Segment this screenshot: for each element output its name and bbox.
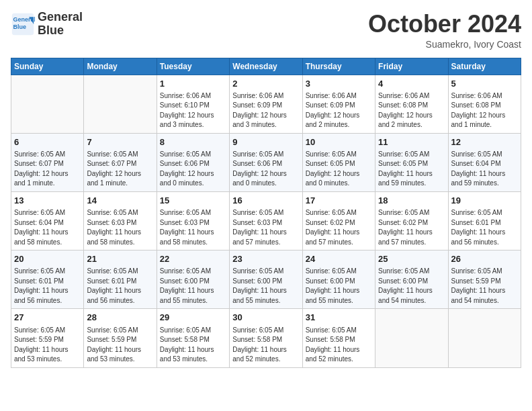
day-info: Sunrise: 6:05 AM Sunset: 6:04 PM Dayligh…	[14, 208, 81, 247]
day-number: 27	[14, 312, 81, 324]
day-info: Sunrise: 6:06 AM Sunset: 6:09 PM Dayligh…	[232, 91, 299, 130]
day-header-friday: Friday	[375, 58, 448, 75]
day-header-sunday: Sunday	[11, 58, 84, 75]
day-info: Sunrise: 6:06 AM Sunset: 6:08 PM Dayligh…	[378, 91, 445, 130]
calendar-cell: 8Sunrise: 6:05 AM Sunset: 6:06 PM Daylig…	[157, 133, 229, 191]
day-info: Sunrise: 6:05 AM Sunset: 6:01 PM Dayligh…	[451, 208, 518, 247]
calendar-cell: 28Sunrise: 6:05 AM Sunset: 5:59 PM Dayli…	[84, 309, 157, 367]
calendar-cell: 19Sunrise: 6:05 AM Sunset: 6:01 PM Dayli…	[448, 191, 521, 250]
calendar-cell: 30Sunrise: 6:05 AM Sunset: 5:58 PM Dayli…	[230, 309, 302, 367]
calendar-cell: 5Sunrise: 6:06 AM Sunset: 6:08 PM Daylig…	[448, 75, 521, 133]
day-number: 11	[378, 136, 445, 148]
calendar-cell: 22Sunrise: 6:05 AM Sunset: 6:00 PM Dayli…	[157, 250, 229, 309]
day-info: Sunrise: 6:05 AM Sunset: 6:00 PM Dayligh…	[232, 267, 299, 306]
day-info: Sunrise: 6:05 AM Sunset: 6:07 PM Dayligh…	[14, 150, 81, 189]
day-number: 21	[87, 253, 153, 265]
calendar-cell: 20Sunrise: 6:05 AM Sunset: 6:01 PM Dayli…	[11, 250, 84, 309]
day-info: Sunrise: 6:06 AM Sunset: 6:09 PM Dayligh…	[306, 91, 372, 130]
day-number: 17	[306, 195, 372, 207]
calendar-cell: 14Sunrise: 6:05 AM Sunset: 6:03 PM Dayli…	[84, 191, 157, 250]
day-number: 31	[306, 312, 372, 324]
location-title: Suamekro, Ivory Coast	[368, 39, 521, 50]
day-info: Sunrise: 6:05 AM Sunset: 6:01 PM Dayligh…	[14, 267, 81, 306]
calendar-cell: 1Sunrise: 6:06 AM Sunset: 6:10 PM Daylig…	[157, 75, 229, 133]
day-header-tuesday: Tuesday	[157, 58, 229, 75]
day-info: Sunrise: 6:06 AM Sunset: 6:10 PM Dayligh…	[160, 91, 226, 130]
day-number: 7	[87, 136, 153, 148]
logo-icon: General Blue	[11, 12, 35, 36]
day-info: Sunrise: 6:05 AM Sunset: 5:59 PM Dayligh…	[14, 326, 81, 365]
calendar-cell: 13Sunrise: 6:05 AM Sunset: 6:04 PM Dayli…	[11, 191, 84, 250]
day-number: 12	[451, 136, 518, 148]
day-info: Sunrise: 6:05 AM Sunset: 6:00 PM Dayligh…	[306, 267, 372, 306]
calendar-week-2: 6Sunrise: 6:05 AM Sunset: 6:07 PM Daylig…	[11, 133, 521, 191]
day-number: 1	[160, 78, 226, 90]
day-number: 24	[306, 253, 372, 265]
day-info: Sunrise: 6:05 AM Sunset: 5:58 PM Dayligh…	[306, 326, 372, 365]
calendar-cell: 29Sunrise: 6:05 AM Sunset: 5:58 PM Dayli…	[157, 309, 229, 367]
calendar-table: SundayMondayTuesdayWednesdayThursdayFrid…	[11, 58, 521, 368]
day-header-wednesday: Wednesday	[230, 58, 302, 75]
day-number: 8	[160, 136, 226, 148]
day-number: 2	[232, 78, 299, 90]
calendar-header-row: SundayMondayTuesdayWednesdayThursdayFrid…	[11, 58, 521, 75]
calendar-week-3: 13Sunrise: 6:05 AM Sunset: 6:04 PM Dayli…	[11, 191, 521, 250]
calendar-cell: 6Sunrise: 6:05 AM Sunset: 6:07 PM Daylig…	[11, 133, 84, 191]
logo: General Blue General Blue	[11, 11, 83, 38]
calendar-week-4: 20Sunrise: 6:05 AM Sunset: 6:01 PM Dayli…	[11, 250, 521, 309]
calendar-cell: 12Sunrise: 6:05 AM Sunset: 6:04 PM Dayli…	[448, 133, 521, 191]
day-info: Sunrise: 6:05 AM Sunset: 6:06 PM Dayligh…	[160, 150, 226, 189]
day-header-monday: Monday	[84, 58, 157, 75]
day-info: Sunrise: 6:05 AM Sunset: 6:02 PM Dayligh…	[378, 208, 445, 247]
day-info: Sunrise: 6:05 AM Sunset: 6:00 PM Dayligh…	[160, 267, 226, 306]
title-block: October 2024 Suamekro, Ivory Coast	[368, 11, 521, 50]
day-number: 28	[87, 312, 153, 324]
day-number: 20	[14, 253, 81, 265]
day-info: Sunrise: 6:05 AM Sunset: 6:00 PM Dayligh…	[378, 267, 445, 306]
calendar-cell: 26Sunrise: 6:05 AM Sunset: 5:59 PM Dayli…	[448, 250, 521, 309]
day-info: Sunrise: 6:05 AM Sunset: 5:59 PM Dayligh…	[87, 326, 153, 365]
day-info: Sunrise: 6:05 AM Sunset: 6:03 PM Dayligh…	[160, 208, 226, 247]
calendar-cell: 25Sunrise: 6:05 AM Sunset: 6:00 PM Dayli…	[375, 250, 448, 309]
day-info: Sunrise: 6:05 AM Sunset: 5:58 PM Dayligh…	[160, 326, 226, 365]
calendar-cell	[84, 75, 157, 133]
day-number: 13	[14, 195, 81, 207]
calendar-cell: 10Sunrise: 6:05 AM Sunset: 6:05 PM Dayli…	[302, 133, 375, 191]
day-number: 3	[306, 78, 372, 90]
day-number: 25	[378, 253, 445, 265]
calendar-cell: 21Sunrise: 6:05 AM Sunset: 6:01 PM Dayli…	[84, 250, 157, 309]
day-number: 15	[160, 195, 226, 207]
day-header-saturday: Saturday	[448, 58, 521, 75]
calendar-cell: 3Sunrise: 6:06 AM Sunset: 6:09 PM Daylig…	[302, 75, 375, 133]
day-info: Sunrise: 6:05 AM Sunset: 5:58 PM Dayligh…	[232, 326, 299, 365]
day-info: Sunrise: 6:05 AM Sunset: 6:04 PM Dayligh…	[451, 150, 518, 189]
day-info: Sunrise: 6:05 AM Sunset: 6:05 PM Dayligh…	[306, 150, 372, 189]
calendar-cell	[375, 309, 448, 367]
calendar-cell: 23Sunrise: 6:05 AM Sunset: 6:00 PM Dayli…	[230, 250, 302, 309]
day-number: 22	[160, 253, 226, 265]
day-number: 6	[14, 136, 81, 148]
svg-text:Blue: Blue	[13, 24, 27, 30]
day-number: 14	[87, 195, 153, 207]
calendar-cell: 24Sunrise: 6:05 AM Sunset: 6:00 PM Dayli…	[302, 250, 375, 309]
day-info: Sunrise: 6:05 AM Sunset: 6:06 PM Dayligh…	[232, 150, 299, 189]
month-title: October 2024	[368, 11, 521, 38]
day-info: Sunrise: 6:06 AM Sunset: 6:08 PM Dayligh…	[451, 91, 518, 130]
logo-text: General Blue	[38, 11, 83, 38]
day-number: 30	[232, 312, 299, 324]
day-number: 16	[232, 195, 299, 207]
day-info: Sunrise: 6:05 AM Sunset: 6:03 PM Dayligh…	[87, 208, 153, 247]
day-number: 9	[232, 136, 299, 148]
calendar-cell: 11Sunrise: 6:05 AM Sunset: 6:05 PM Dayli…	[375, 133, 448, 191]
calendar-cell: 2Sunrise: 6:06 AM Sunset: 6:09 PM Daylig…	[230, 75, 302, 133]
calendar-cell: 4Sunrise: 6:06 AM Sunset: 6:08 PM Daylig…	[375, 75, 448, 133]
day-number: 23	[232, 253, 299, 265]
calendar-week-5: 27Sunrise: 6:05 AM Sunset: 5:59 PM Dayli…	[11, 309, 521, 367]
page-header: General Blue General Blue October 2024 S…	[11, 11, 521, 50]
calendar-body: 1Sunrise: 6:06 AM Sunset: 6:10 PM Daylig…	[11, 75, 521, 367]
calendar-cell: 7Sunrise: 6:05 AM Sunset: 6:07 PM Daylig…	[84, 133, 157, 191]
day-info: Sunrise: 6:05 AM Sunset: 6:02 PM Dayligh…	[306, 208, 372, 247]
day-number: 29	[160, 312, 226, 324]
calendar-cell: 15Sunrise: 6:05 AM Sunset: 6:03 PM Dayli…	[157, 191, 229, 250]
day-info: Sunrise: 6:05 AM Sunset: 6:03 PM Dayligh…	[232, 208, 299, 247]
